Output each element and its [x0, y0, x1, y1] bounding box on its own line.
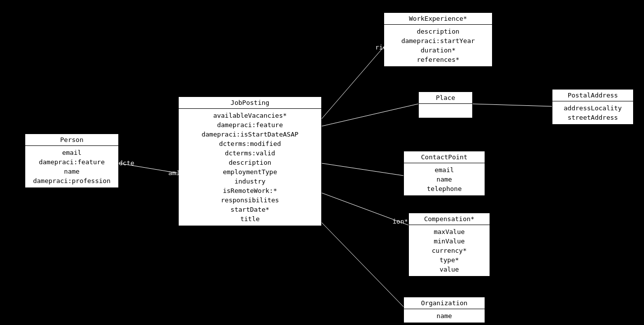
postal-address-title: PostalAddress: [552, 90, 633, 101]
work-experience-box: WorkExperience* description damepraci:st…: [384, 12, 493, 67]
comp-field-1: maxValue: [415, 227, 484, 236]
comp-field-3: currency*: [415, 246, 484, 255]
org-field-1: name: [410, 311, 479, 321]
cp-field-3: telephone: [410, 184, 479, 193]
jp-field-9: isRemoteWork:*: [185, 186, 315, 195]
jp-field-4: dcterms:modified: [185, 139, 315, 148]
svg-line-3: [322, 163, 403, 176]
compensation-box: Compensation* maxValue minValue currency…: [408, 213, 490, 277]
organization-title: Organization: [404, 297, 485, 309]
place-title: Place: [419, 92, 472, 104]
jp-field-11: startDate*: [185, 205, 315, 214]
we-field-1: description: [390, 27, 486, 36]
jp-field-5: dcterms:valid: [185, 148, 315, 158]
we-field-3: duration*: [390, 46, 486, 55]
we-field-2: damepraci:startYear: [390, 36, 486, 46]
jp-field-6: description: [185, 158, 315, 167]
jp-field-10: responsibilites: [185, 195, 315, 205]
postal-address-body: addressLocality streetAddress: [552, 101, 633, 124]
svg-line-1: [322, 47, 384, 119]
compensation-title: Compensation*: [409, 213, 490, 225]
comp-field-4: type*: [415, 255, 484, 265]
label-ion: ion*: [393, 218, 408, 225]
jp-field-8: industry: [185, 177, 315, 186]
label-rience: rience: [375, 44, 398, 51]
jp-field-12: title: [185, 214, 315, 224]
p-field-4: damepraci:profession: [31, 176, 112, 186]
label-amjob: amJob: [168, 169, 188, 177]
job-posting-box: JobPosting availableVacancies* damepraci…: [178, 96, 322, 226]
pa-field-2: streetAddress: [558, 113, 627, 122]
place-box: Place: [418, 92, 473, 118]
person-body: email damepraci:feature name damepraci:p…: [25, 146, 118, 187]
svg-line-5: [322, 223, 403, 307]
label-dcte: dcte: [119, 159, 134, 167]
cp-field-1: email: [410, 165, 479, 175]
contact-point-box: ContactPoint email name telephone: [403, 151, 485, 196]
organization-body: name: [404, 309, 485, 323]
svg-line-2: [322, 104, 418, 126]
p-field-1: email: [31, 148, 112, 157]
contact-point-title: ContactPoint: [404, 151, 485, 163]
jp-field-3: damepraci:isStartDateASAP: [185, 130, 315, 139]
job-posting-title: JobPosting: [179, 97, 321, 109]
we-field-4: references*: [390, 55, 486, 64]
svg-line-6: [473, 104, 552, 106]
person-box: Person email damepraci:feature name dame…: [25, 134, 119, 188]
p-field-3: name: [31, 167, 112, 176]
comp-field-2: minValue: [415, 236, 484, 246]
pa-field-1: addressLocality: [558, 103, 627, 113]
work-experience-body: description damepraci:startYear duration…: [384, 25, 492, 66]
person-title: Person: [25, 134, 118, 146]
comp-field-5: value: [415, 265, 484, 274]
compensation-body: maxValue minValue currency* type* value: [409, 225, 490, 276]
contact-point-body: email name telephone: [404, 163, 485, 195]
cp-field-2: name: [410, 175, 479, 184]
diagram-canvas: WorkExperience* description damepraci:st…: [0, 0, 644, 325]
organization-box: Organization name: [403, 297, 485, 323]
postal-address-box: PostalAddress addressLocality streetAddr…: [552, 89, 634, 125]
jp-field-1: availableVacancies*: [185, 111, 315, 120]
jp-field-7: employmentType: [185, 167, 315, 177]
jp-field-2: damepraci:feature: [185, 120, 315, 130]
job-posting-body: availableVacancies* damepraci:feature da…: [179, 109, 321, 226]
work-experience-title: WorkExperience*: [384, 13, 492, 25]
place-body: [419, 104, 472, 118]
p-field-2: damepraci:feature: [31, 157, 112, 167]
